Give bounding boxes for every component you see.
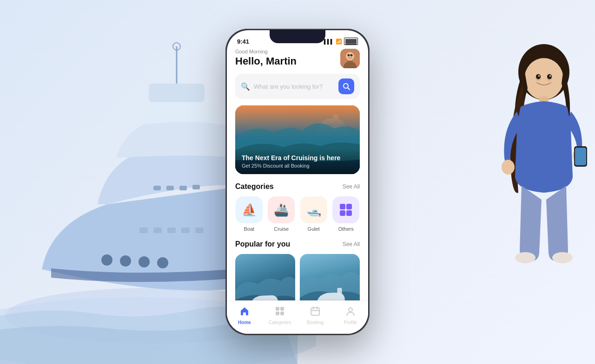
svg-point-35 bbox=[348, 54, 350, 57]
svg-rect-45 bbox=[340, 204, 345, 209]
svg-rect-48 bbox=[346, 210, 352, 216]
greeting-section: Good Morning Hello, Martin bbox=[235, 49, 297, 67]
bottom-navigation: Home Categories bbox=[227, 300, 368, 334]
svg-point-60 bbox=[349, 308, 352, 312]
categories-see-all[interactable]: See All bbox=[343, 183, 360, 190]
svg-point-12 bbox=[101, 254, 112, 266]
phone-notch bbox=[270, 30, 325, 43]
svg-rect-3 bbox=[139, 228, 148, 233]
popular-card-spectrum[interactable]: Spectrum of the Seas Starting from US $2… bbox=[300, 254, 360, 300]
boat-icon-box: ⛵ bbox=[236, 196, 263, 223]
nav-profile[interactable]: Profile bbox=[333, 306, 368, 325]
svg-rect-11 bbox=[192, 185, 200, 189]
phone-screen: 9:41 ▌▌▌ 📶 ▓▓▓ Good Morning Hello, Marti… bbox=[227, 30, 368, 334]
svg-rect-5 bbox=[167, 228, 176, 233]
nav-booking[interactable]: Booking bbox=[298, 306, 333, 325]
category-boat[interactable]: ⛵ Boat bbox=[235, 196, 263, 232]
others-grid-icon bbox=[338, 202, 353, 217]
svg-point-31 bbox=[538, 75, 540, 77]
svg-rect-51 bbox=[337, 288, 342, 296]
battery-icon: ▓▓▓ bbox=[344, 38, 358, 45]
search-input[interactable]: What are you looking for? bbox=[254, 83, 335, 90]
svg-rect-4 bbox=[153, 228, 162, 233]
cruise-label: Cruise bbox=[274, 226, 289, 232]
spectrum-bg bbox=[300, 254, 360, 300]
phone-content[interactable]: Good Morning Hello, Martin bbox=[227, 49, 368, 300]
popular-see-all[interactable]: See All bbox=[343, 241, 360, 247]
nav-home[interactable]: Home bbox=[227, 306, 262, 325]
svg-point-14 bbox=[139, 256, 150, 267]
svg-rect-52 bbox=[276, 307, 279, 311]
svg-rect-55 bbox=[280, 312, 284, 315]
svg-rect-53 bbox=[280, 307, 284, 311]
status-time: 9:41 bbox=[237, 38, 249, 45]
svg-point-29 bbox=[536, 74, 541, 79]
cruise-icon-box: 🚢 bbox=[268, 196, 295, 223]
search-button[interactable] bbox=[338, 78, 354, 94]
category-cruise[interactable]: 🚢 Cruise bbox=[268, 196, 296, 232]
popular-title: Popular for you bbox=[235, 240, 290, 248]
svg-rect-54 bbox=[276, 312, 279, 315]
popular-grid: RoyalCaribbean Starting from US $244 bbox=[235, 254, 360, 300]
svg-point-13 bbox=[120, 255, 131, 266]
search-icon: 🔍 bbox=[241, 82, 250, 91]
categories-nav-icon bbox=[275, 306, 285, 318]
search-bar[interactable]: 🔍 What are you looking for? bbox=[235, 74, 360, 99]
svg-point-32 bbox=[549, 75, 551, 77]
promo-banner[interactable]: The Next Era of Cruising is here Get 25%… bbox=[235, 105, 360, 174]
svg-point-19 bbox=[524, 58, 563, 100]
category-others[interactable]: Others bbox=[332, 196, 360, 232]
svg-rect-7 bbox=[195, 228, 204, 233]
svg-line-38 bbox=[348, 88, 350, 90]
boat-emoji: ⛵ bbox=[242, 203, 257, 217]
greeting-name: Hello, Martin bbox=[235, 55, 297, 67]
home-icon bbox=[239, 306, 250, 318]
booking-icon bbox=[310, 306, 320, 318]
booking-label: Booking bbox=[307, 320, 324, 325]
nav-categories[interactable]: Categories bbox=[262, 306, 298, 325]
categories-nav-label: Categories bbox=[269, 320, 291, 325]
others-label: Others bbox=[338, 226, 354, 232]
svg-rect-24 bbox=[575, 148, 586, 165]
header: Good Morning Hello, Martin bbox=[235, 49, 360, 68]
categories-title: Categories bbox=[235, 182, 274, 191]
svg-rect-56 bbox=[311, 308, 319, 315]
svg-point-30 bbox=[547, 74, 552, 79]
banner-overlay: The Next Era of Cruising is here Get 25%… bbox=[235, 149, 360, 174]
signal-icon: ▌▌▌ bbox=[324, 39, 334, 44]
gulet-icon-box: 🛥️ bbox=[300, 196, 327, 223]
svg-point-34 bbox=[346, 52, 354, 60]
status-icons: ▌▌▌ 📶 ▓▓▓ bbox=[324, 38, 358, 45]
popular-card-royal-caribbean[interactable]: RoyalCaribbean Starting from US $244 bbox=[235, 254, 295, 300]
wifi-icon: 📶 bbox=[336, 39, 342, 45]
profile-icon bbox=[345, 306, 356, 318]
categories-grid: ⛵ Boat 🚢 Cruise 🛥️ Gulet bbox=[235, 196, 360, 232]
svg-rect-2 bbox=[149, 84, 205, 102]
avatar[interactable] bbox=[340, 49, 360, 68]
banner-title: The Next Era of Cruising is here bbox=[242, 154, 353, 162]
svg-rect-47 bbox=[340, 210, 345, 216]
phone-frame: 9:41 ▌▌▌ 📶 ▓▓▓ Good Morning Hello, Marti… bbox=[225, 29, 370, 335]
home-label: Home bbox=[238, 320, 251, 325]
cruise-emoji: 🚢 bbox=[274, 203, 289, 217]
svg-point-26 bbox=[552, 252, 573, 263]
phone-mockup: 9:41 ▌▌▌ 📶 ▓▓▓ Good Morning Hello, Marti… bbox=[225, 29, 370, 335]
banner-subtitle: Get 25% Discount all Booking bbox=[242, 163, 353, 169]
svg-rect-8 bbox=[153, 186, 161, 190]
svg-rect-46 bbox=[346, 204, 352, 209]
royal-caribbean-info: RoyalCaribbean Starting from US $244 bbox=[235, 298, 295, 300]
character-illustration bbox=[493, 28, 595, 308]
category-gulet[interactable]: 🛥️ Gulet bbox=[300, 196, 328, 232]
svg-point-25 bbox=[515, 252, 536, 263]
gulet-label: Gulet bbox=[308, 226, 320, 232]
spectrum-info: Spectrum of the Seas Starting from US $2… bbox=[300, 298, 360, 300]
gulet-emoji: 🛥️ bbox=[306, 203, 321, 217]
others-icon-box bbox=[332, 196, 359, 223]
categories-header: Categories See All bbox=[235, 182, 360, 191]
boat-label: Boat bbox=[244, 226, 254, 232]
svg-point-15 bbox=[157, 257, 168, 268]
svg-point-21 bbox=[502, 160, 515, 175]
popular-header: Popular for you See All bbox=[235, 240, 360, 248]
royal-caribbean-bg bbox=[235, 254, 295, 300]
svg-rect-10 bbox=[179, 186, 187, 190]
